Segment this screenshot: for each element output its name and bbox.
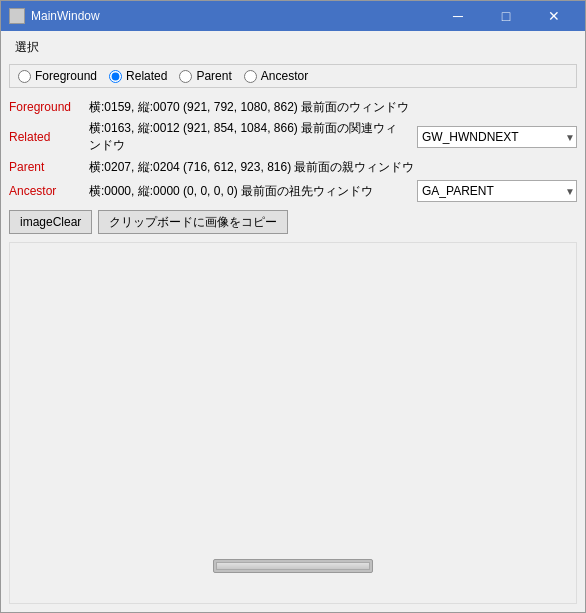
content-area: 選択 Foreground Related Parent Ancestor	[1, 31, 585, 612]
main-window: MainWindow ─ □ ✕ 選択 Foreground Related	[0, 0, 586, 613]
foreground-value: 横:0159, 縦:0070 (921, 792, 1080, 862) 最前面…	[89, 99, 577, 116]
info-grid: Foreground 横:0159, 縦:0070 (921, 792, 108…	[9, 96, 577, 202]
image-area	[9, 242, 577, 604]
related-value: 横:0163, 縦:0012 (921, 854, 1084, 866) 最前面…	[89, 120, 409, 154]
radio-ancestor[interactable]	[244, 70, 257, 83]
maximize-button[interactable]: □	[483, 5, 529, 27]
parent-row: Parent 横:0207, 縦:0204 (716, 612, 923, 81…	[9, 156, 577, 178]
scrollbar-thumb[interactable]	[213, 559, 373, 573]
title-bar: MainWindow ─ □ ✕	[1, 1, 585, 31]
radio-group: Foreground Related Parent Ancestor	[9, 64, 577, 88]
window-title: MainWindow	[31, 9, 100, 23]
menu-item-select[interactable]: 選択	[9, 37, 45, 58]
ancestor-dropdown-container: GA_PARENT GA_ROOT GA_ROOTOWNER ▼	[417, 180, 577, 202]
close-button[interactable]: ✕	[531, 5, 577, 27]
minimize-button[interactable]: ─	[435, 5, 481, 27]
app-icon	[9, 8, 25, 24]
foreground-label: Foreground	[9, 100, 89, 114]
related-dropdown[interactable]: GW_HWNDNEXT GW_HWNDPREV GW_HWNDFIRST GW_…	[417, 126, 577, 148]
menu-bar: 選択	[9, 35, 577, 60]
related-label: Related	[9, 130, 89, 144]
radio-related-label[interactable]: Related	[109, 69, 167, 83]
radio-parent[interactable]	[179, 70, 192, 83]
parent-label: Parent	[9, 160, 89, 174]
radio-foreground-label[interactable]: Foreground	[18, 69, 97, 83]
ancestor-row: Ancestor 横:0000, 縦:0000 (0, 0, 0, 0) 最前面…	[9, 180, 577, 202]
ancestor-value: 横:0000, 縦:0000 (0, 0, 0, 0) 最前面の祖先ウィンドウ	[89, 183, 409, 200]
radio-ancestor-label[interactable]: Ancestor	[244, 69, 308, 83]
ancestor-dropdown[interactable]: GA_PARENT GA_ROOT GA_ROOTOWNER	[417, 180, 577, 202]
foreground-row: Foreground 横:0159, 縦:0070 (921, 792, 108…	[9, 96, 577, 118]
radio-parent-label[interactable]: Parent	[179, 69, 231, 83]
button-row: imageClear クリップボードに画像をコピー	[9, 210, 577, 234]
ancestor-label: Ancestor	[9, 184, 89, 198]
radio-foreground[interactable]	[18, 70, 31, 83]
image-clear-button[interactable]: imageClear	[9, 210, 92, 234]
radio-related[interactable]	[109, 70, 122, 83]
title-bar-left: MainWindow	[9, 8, 100, 24]
related-dropdown-container: GW_HWNDNEXT GW_HWNDPREV GW_HWNDFIRST GW_…	[417, 126, 577, 148]
title-bar-controls: ─ □ ✕	[435, 5, 577, 27]
parent-value: 横:0207, 縦:0204 (716, 612, 923, 816) 最前面の…	[89, 159, 577, 176]
copy-clipboard-button[interactable]: クリップボードに画像をコピー	[98, 210, 288, 234]
related-row: Related 横:0163, 縦:0012 (921, 854, 1084, …	[9, 120, 577, 154]
